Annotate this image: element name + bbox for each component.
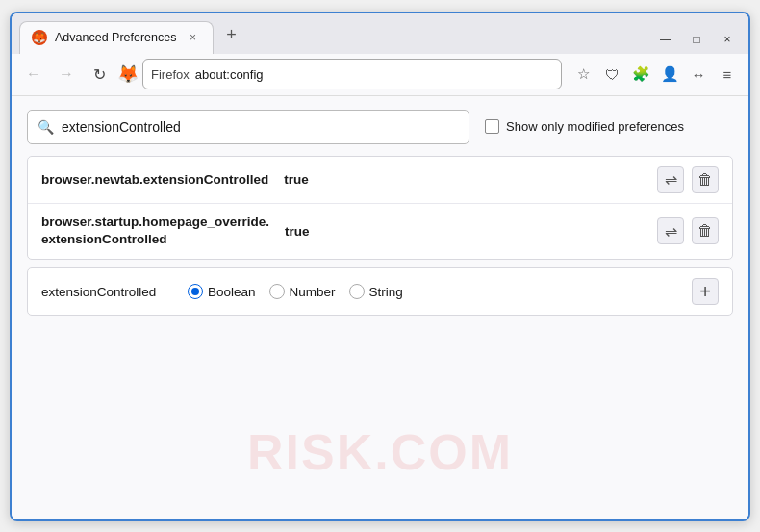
radio-string[interactable]: String	[349, 284, 403, 299]
show-modified-label[interactable]: Show only modified preferences	[485, 119, 684, 134]
radio-number-circle[interactable]	[269, 284, 285, 299]
search-input[interactable]	[62, 119, 459, 135]
pref-name-2-line1: browser.startup.homepage_override.	[41, 215, 269, 229]
watermark: RISK.COM	[247, 423, 513, 481]
pref-value-1: true	[284, 172, 309, 187]
nav-bar: ← → ↻ 🦊 Firefox about:config ☆ 🛡 🧩 👤 ↔ ≡	[12, 54, 748, 96]
search-icon: 🔍	[38, 119, 54, 135]
tab-favicon	[32, 30, 47, 45]
swap-button-1[interactable]: ⇌	[657, 166, 684, 193]
page-content: RISK.COM 🔍 Show only modified preference…	[12, 96, 748, 519]
add-pref-button[interactable]: +	[692, 278, 719, 305]
profile-icon[interactable]: 👤	[656, 61, 683, 88]
table-row: browser.startup.homepage_override. exten…	[28, 204, 732, 260]
table-row: browser.newtab.extensionControlled true …	[28, 157, 732, 204]
close-button[interactable]: ×	[714, 29, 741, 50]
pref-name-1: browser.newtab.extensionControlled	[41, 172, 268, 187]
history-icon[interactable]: ↔	[685, 61, 712, 88]
delete-button-1[interactable]: 🗑	[692, 166, 719, 193]
tab-close-button[interactable]: ×	[184, 29, 201, 46]
bookmark-icon[interactable]: ☆	[570, 61, 596, 88]
show-modified-checkbox[interactable]	[485, 119, 499, 134]
extension-icon[interactable]: 🧩	[627, 61, 654, 88]
pref-value-2: true	[285, 224, 310, 239]
nav-icons: ☆ 🛡 🧩 👤 ↔ ≡	[570, 61, 741, 88]
address-text: about:config	[195, 67, 553, 82]
swap-button-2[interactable]: ⇌	[657, 217, 684, 244]
new-tab-button[interactable]: +	[217, 21, 244, 48]
radio-boolean[interactable]: Boolean	[188, 284, 256, 299]
radio-string-label: String	[369, 285, 403, 299]
active-tab[interactable]: Advanced Preferences ×	[19, 21, 214, 54]
browser-window: Advanced Preferences × + — □ × ← → ↻ 🦊 F…	[10, 12, 750, 521]
search-bar: 🔍 Show only modified preferences	[27, 110, 733, 144]
row-actions-2: ⇌ 🗑	[657, 217, 719, 244]
reload-icon: ↻	[93, 65, 106, 84]
back-icon: ←	[26, 65, 41, 83]
radio-group: Boolean Number String	[188, 284, 403, 299]
pref-name-2-line2: extensionControlled	[41, 232, 167, 246]
radio-boolean-label: Boolean	[208, 285, 256, 299]
firefox-logo: 🦊	[117, 63, 139, 85]
add-pref-row: extensionControlled Boolean Number Strin…	[27, 267, 733, 316]
search-input-wrapper: 🔍	[27, 110, 469, 144]
add-pref-name: extensionControlled	[41, 285, 166, 299]
forward-button[interactable]: →	[52, 60, 81, 89]
radio-string-circle[interactable]	[349, 284, 365, 299]
window-controls: — □ ×	[652, 29, 741, 54]
delete-button-2[interactable]: 🗑	[692, 217, 719, 244]
radio-number-label: Number	[290, 285, 336, 299]
radio-boolean-circle[interactable]	[188, 284, 203, 299]
tab-title: Advanced Preferences	[55, 31, 176, 44]
reload-button[interactable]: ↻	[85, 60, 114, 89]
radio-number[interactable]: Number	[269, 284, 336, 299]
menu-icon[interactable]: ≡	[714, 61, 741, 88]
row-actions-1: ⇌ 🗑	[657, 166, 719, 193]
restore-button[interactable]: □	[683, 29, 710, 50]
results-table: browser.newtab.extensionControlled true …	[27, 156, 733, 261]
forward-icon: →	[59, 65, 74, 83]
pref-name-2: browser.startup.homepage_override. exten…	[41, 214, 269, 250]
back-button[interactable]: ←	[19, 60, 48, 89]
shield-icon[interactable]: 🛡	[598, 61, 625, 88]
show-modified-text: Show only modified preferences	[506, 119, 684, 134]
browser-name-label: Firefox	[151, 67, 190, 82]
tab-bar: Advanced Preferences × + — □ ×	[12, 13, 748, 54]
minimize-button[interactable]: —	[652, 29, 679, 50]
address-bar[interactable]: Firefox about:config	[142, 59, 562, 89]
